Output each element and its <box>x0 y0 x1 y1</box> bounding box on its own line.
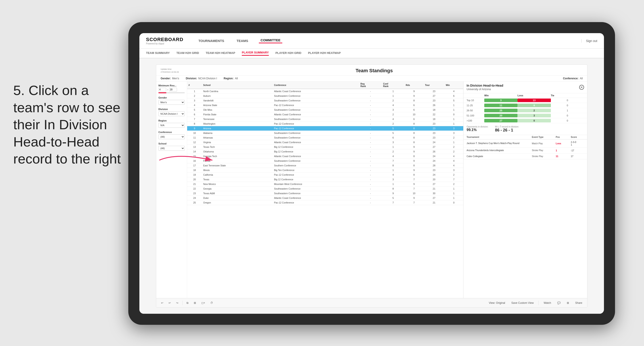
paste-button[interactable]: ⊞ <box>192 301 197 305</box>
sub-nav-player-h2h-heatmap[interactable]: PLAYER H2H HEATMAP <box>308 51 341 55</box>
table-area: # School Conference RegRank ConfRank Rds… <box>187 82 463 298</box>
division-select[interactable]: NCAA Division I <box>158 111 185 116</box>
tournament-row-1[interactable]: Jackson T. Stephens Cup Men's Match-Play… <box>464 139 587 148</box>
sub-nav-team-h2h-grid[interactable]: TEAM H2H GRID <box>176 51 199 55</box>
table-row[interactable]: 10 Alabama Southeastern Conference - 5 8… <box>187 131 463 136</box>
opponents-stat: Opponents in division: 99.1% <box>466 126 488 133</box>
h2h-header: In Division Head-to-Head University of A… <box>464 82 587 93</box>
table-row[interactable]: 17 East Tennessee State Southern Confere… <box>187 163 463 168</box>
h2h-close-button[interactable]: ✕ <box>579 85 584 90</box>
h2h-tournaments: Jackson T. Stephens Cup Men's Match-Play… <box>464 139 587 298</box>
table-row[interactable]: 1 North Carolina Atlantic Coast Conferen… <box>187 89 463 94</box>
toolbar-right: View: Original Save Custom View Watch 💬 … <box>487 301 584 305</box>
sub-nav-player-h2h-grid[interactable]: PLAYER H2H GRID <box>276 51 301 55</box>
col-school: School <box>202 82 273 89</box>
nav-tournaments[interactable]: TOURNAMENTS <box>197 39 226 43</box>
redo-button[interactable]: ↪ <box>175 301 180 305</box>
filter-section-gender: Gender Men's <box>158 96 185 105</box>
table-row[interactable]: 4 Arizona State Pac-12 Conference - 4 6 … <box>187 103 463 108</box>
table-row[interactable]: 23 Texas A&M Southeastern Conference - 9… <box>187 191 463 196</box>
add-button[interactable]: ◻+ <box>200 301 206 305</box>
sub-nav: TEAM SUMMARY TEAM H2H GRID TEAM H2H HEAT… <box>139 49 604 58</box>
sub-nav-player-summary[interactable]: PLAYER SUMMARY <box>242 51 269 56</box>
filter-division: Division: NCAA Division I <box>186 77 217 80</box>
filter-region: Region: All <box>224 77 238 80</box>
h2h-team-name: University of Arizona <box>466 88 503 91</box>
col-tour: Tour <box>424 82 444 89</box>
col-rds: Rds <box>404 82 424 89</box>
h2h-grid-header: Win Loss Tie <box>464 93 587 98</box>
table-row[interactable]: 21 New Mexico Mountain West Conference -… <box>187 182 463 186</box>
clock-button[interactable]: ⏱ <box>209 301 214 305</box>
filter-range-rounds: – <box>158 88 185 91</box>
table-row[interactable]: 25 Oregon Pac-12 Conference - 7 7 21 0 <box>187 200 463 205</box>
table-row[interactable]: 24 Duke Atlantic Coast Conference - 5 9 … <box>187 196 463 200</box>
record-stat: W-L-T record in-division: 86 - 26 - 1 <box>495 126 519 133</box>
h2h-row-top10: Top 10 3 13 0 <box>464 98 587 103</box>
share-button[interactable]: Share <box>574 301 584 305</box>
sub-nav-team-summary[interactable]: TEAM SUMMARY <box>146 51 170 55</box>
watch-button[interactable]: Watch <box>542 301 552 305</box>
nav-committee[interactable]: COMMITTEE <box>259 38 282 43</box>
region-select[interactable]: N/A <box>158 123 185 128</box>
filter-section-school: School (All) <box>158 142 185 151</box>
instruction-text: 5. Click on a team's row to see their In… <box>13 82 128 168</box>
rounds-slider[interactable] <box>158 92 185 93</box>
col-win: Win <box>444 82 463 89</box>
school-select[interactable]: (All) <box>158 146 185 151</box>
col-reg-rank: RegRank <box>359 82 382 89</box>
table-row[interactable]: 22 Georgia Southeastern Conference - 8 7… <box>187 186 463 191</box>
panel-header: Update time: 27/03/2024 16:56:26 Team St… <box>156 65 587 76</box>
table-row[interactable]: 5 Ole Miss Southeastern Conference - 3 6… <box>187 108 463 112</box>
grid-button[interactable]: ⊞ <box>566 301 570 305</box>
undo-button[interactable]: ↩ <box>160 301 164 305</box>
app-panel: Update time: 27/03/2024 16:56:26 Team St… <box>156 64 587 308</box>
tournament-table-header: Tournament Event Type Pos Score <box>464 135 587 139</box>
filter-conference: Conference: All <box>563 77 583 80</box>
table-row[interactable]: 3 Vanderbilt Southeastern Conference - 2… <box>187 98 463 103</box>
panel-body: Minimum Rou... – <box>156 82 587 298</box>
table-row[interactable]: 2 Auburn Southeastern Conference - 1 9 2… <box>187 94 463 98</box>
sidebar-filters: Minimum Rou... – <box>156 82 187 298</box>
undo2-button[interactable]: ↩ <box>167 301 172 305</box>
table-row[interactable]: 20 Texas Big 12 Conference - 3 7 20 7 <box>187 177 463 182</box>
table-row[interactable]: 6 Florida State Atlantic Coast Conferenc… <box>187 112 463 117</box>
tournament-row-2[interactable]: Arizona Thunderbirds Intercollegiate Str… <box>464 148 587 154</box>
table-row[interactable]: 8 Washington Pac-12 Conference - 2 8 23 … <box>187 122 463 126</box>
min-rounds-input[interactable] <box>158 88 166 91</box>
sub-nav-team-h2h-heatmap[interactable]: TEAM H2H HEATMAP <box>206 51 235 55</box>
sign-out-link[interactable]: Sign out <box>582 39 597 43</box>
table-row[interactable]: 18 Illinois Big Ten Conference - 1 9 23 … <box>187 168 463 173</box>
col-num: # <box>187 82 202 89</box>
max-rounds-input[interactable] <box>169 88 177 91</box>
nav-teams[interactable]: TEAMS <box>235 39 250 43</box>
table-row[interactable]: 12 Virginia Atlantic Coast Conference - … <box>187 140 463 145</box>
table-row[interactable]: 16 Florida Southeastern Conference - 7 9… <box>187 159 463 163</box>
gender-select[interactable]: Men's <box>158 100 185 105</box>
comment-button[interactable]: 💬 <box>556 301 562 305</box>
table-row[interactable]: 14 Oklahoma Big 12 Conference - 2 9 26 2 <box>187 149 463 154</box>
tournament-row-3[interactable]: Cabo Collegiate Stroke Play 11 17 <box>464 154 587 160</box>
outer-background: 5. Click on a team's row to see their In… <box>0 0 644 346</box>
table-header-row: # School Conference RegRank ConfRank Rds… <box>187 82 463 89</box>
table-row[interactable]: 19 California Pac-12 Conference - 4 8 24… <box>187 173 463 177</box>
table-row[interactable]: 15 Georgia Tech Atlantic Coast Conferenc… <box>187 154 463 159</box>
save-custom-button[interactable]: Save Custom View <box>510 301 535 305</box>
filter-section-division: Division NCAA Division I <box>158 108 185 116</box>
table-row[interactable]: 13 Texas Tech Big 12 Conference - 1 9 27… <box>187 145 463 149</box>
filter-section-conference: Conference (All) <box>158 131 185 139</box>
view-original-button[interactable]: View: Original <box>487 301 506 305</box>
filter-section-min-rounds: Minimum Rou... – <box>158 84 185 93</box>
table-row[interactable]: 7 Tennessee Southeastern Conference - 4 … <box>187 117 463 122</box>
toolbar-sep-1 <box>182 301 182 305</box>
copy-button[interactable]: ⧉ <box>185 301 190 305</box>
logo-area: SCOREBOARD Powered by clippd <box>146 37 184 45</box>
h2h-panel: In Division Head-to-Head University of A… <box>463 82 587 298</box>
logo-title: SCOREBOARD <box>146 37 184 42</box>
conference-select[interactable]: (All) <box>158 134 185 139</box>
h2h-row-26-50: 26-50 25 2 1 <box>464 108 587 113</box>
table-row[interactable]: 11 Arkansas Southeastern Conference - 6 … <box>187 136 463 140</box>
table-row[interactable]: 9 Arizona Pac-12 Conference - 5 8 23 3 <box>187 126 463 131</box>
h2h-row-100plus: >100 27 0 0 <box>464 118 587 123</box>
toolbar-sep-2 <box>538 301 539 305</box>
